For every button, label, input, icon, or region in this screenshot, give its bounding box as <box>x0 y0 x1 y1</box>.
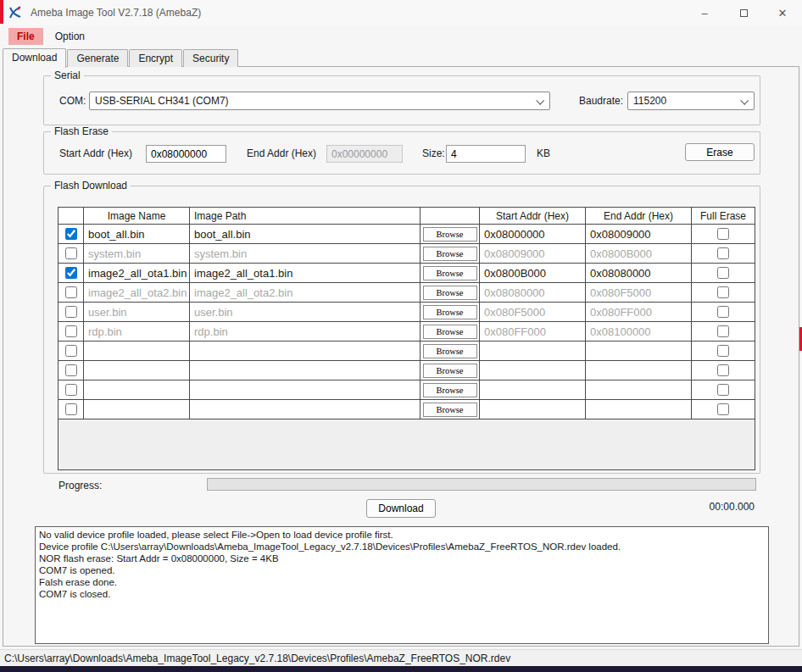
full-erase-checkbox[interactable] <box>717 403 729 415</box>
app-logo-icon <box>7 4 24 21</box>
image-name-cell[interactable] <box>84 400 190 419</box>
flash-erase-group-label: Flash Erase <box>51 125 112 137</box>
table-row: Browse <box>58 400 755 419</box>
image-name-cell[interactable]: user.bin <box>84 303 190 321</box>
image-path-cell[interactable]: rdp.bin <box>190 322 420 341</box>
full-erase-checkbox[interactable] <box>717 247 729 259</box>
start-addr-cell[interactable] <box>480 380 586 399</box>
row-select-checkbox[interactable] <box>65 267 77 279</box>
log-output[interactable]: No valid device profile loaded, please s… <box>35 526 769 644</box>
start-addr-cell[interactable]: 0x08080000 <box>480 283 586 302</box>
browse-button[interactable]: Browse <box>423 305 477 319</box>
full-erase-checkbox[interactable] <box>717 267 729 279</box>
erase-size-input[interactable] <box>446 145 526 163</box>
row-select-checkbox[interactable] <box>65 403 77 415</box>
start-addr-cell[interactable] <box>480 400 586 419</box>
start-addr-cell[interactable]: 0x080FF000 <box>480 322 586 341</box>
image-path-cell[interactable]: image2_all_ota2.bin <box>190 283 420 302</box>
image-path-cell[interactable] <box>190 380 420 399</box>
image-path-cell[interactable] <box>190 342 420 360</box>
tab-security[interactable]: Security <box>183 49 238 67</box>
browse-button[interactable]: Browse <box>423 403 477 417</box>
flash-download-group: Flash Download Image Name Image Path Sta… <box>43 186 760 474</box>
image-name-cell[interactable] <box>84 380 190 399</box>
minimize-button[interactable]: – <box>685 0 724 25</box>
full-erase-checkbox[interactable] <box>717 228 729 240</box>
browse-button[interactable]: Browse <box>423 286 477 300</box>
header-start-addr: Start Addr (Hex) <box>480 208 586 224</box>
erase-end-addr-input <box>326 145 403 163</box>
image-path-cell[interactable]: system.bin <box>190 244 420 263</box>
row-select-checkbox[interactable] <box>65 228 77 240</box>
image-name-cell[interactable] <box>84 342 190 360</box>
maximize-icon <box>740 9 748 17</box>
progress-label: Progress: <box>58 480 102 492</box>
image-path-cell[interactable]: user.bin <box>190 303 420 321</box>
start-addr-cell[interactable]: 0x080F5000 <box>480 303 586 321</box>
end-addr-cell[interactable] <box>586 400 692 419</box>
end-addr-cell[interactable] <box>586 361 692 380</box>
row-select-checkbox[interactable] <box>65 364 77 376</box>
end-addr-cell[interactable] <box>586 380 692 399</box>
table-row: Browse <box>58 380 755 400</box>
image-name-cell[interactable]: system.bin <box>84 244 190 263</box>
progress-bar <box>207 478 756 491</box>
row-select-checkbox[interactable] <box>65 286 77 298</box>
full-erase-checkbox[interactable] <box>717 345 729 357</box>
end-addr-cell[interactable] <box>586 342 692 360</box>
end-addr-cell[interactable]: 0x0800B000 <box>586 244 692 263</box>
start-addr-cell[interactable]: 0x0800B000 <box>480 264 586 282</box>
end-addr-cell[interactable]: 0x08080000 <box>586 264 692 282</box>
erase-start-addr-input[interactable] <box>146 145 226 163</box>
tab-encrypt[interactable]: Encrypt <box>129 49 182 67</box>
browse-button[interactable]: Browse <box>423 364 477 378</box>
browse-button[interactable]: Browse <box>423 344 477 358</box>
image-name-cell[interactable]: rdp.bin <box>84 322 190 341</box>
image-path-cell[interactable]: boot_all.bin <box>190 225 420 243</box>
row-select-checkbox[interactable] <box>65 384 77 396</box>
image-path-cell[interactable] <box>190 361 420 380</box>
browse-button[interactable]: Browse <box>423 383 477 397</box>
image-table-header: Image Name Image Path Start Addr (Hex) E… <box>58 208 755 225</box>
tab-download[interactable]: Download <box>3 48 66 68</box>
end-addr-cell[interactable]: 0x080F5000 <box>586 283 692 302</box>
end-addr-cell[interactable]: 0x08009000 <box>586 225 692 243</box>
image-name-cell[interactable] <box>84 361 190 380</box>
full-erase-checkbox[interactable] <box>717 306 729 318</box>
browse-button[interactable]: Browse <box>423 266 477 280</box>
menu-file[interactable]: File <box>8 28 43 45</box>
erase-button[interactable]: Erase <box>685 143 755 161</box>
row-select-checkbox[interactable] <box>65 345 77 357</box>
start-addr-cell[interactable]: 0x08009000 <box>480 244 586 263</box>
baudrate-label: Baudrate: <box>579 95 623 107</box>
image-name-cell[interactable]: image2_all_ota2.bin <box>84 283 190 302</box>
image-path-cell[interactable]: image2_all_ota1.bin <box>190 264 420 282</box>
baudrate-select[interactable]: 115200 <box>627 92 755 110</box>
full-erase-checkbox[interactable] <box>717 325 729 337</box>
row-select-checkbox[interactable] <box>65 247 77 259</box>
download-button[interactable]: Download <box>366 499 436 518</box>
close-button[interactable]: ✕ <box>763 0 802 25</box>
tab-generate[interactable]: Generate <box>67 49 128 67</box>
image-name-cell[interactable]: boot_all.bin <box>84 225 190 243</box>
image-path-cell[interactable] <box>190 400 420 419</box>
start-addr-cell[interactable] <box>480 342 586 360</box>
end-addr-cell[interactable]: 0x08100000 <box>586 322 692 341</box>
maximize-button[interactable] <box>724 0 763 25</box>
browse-button[interactable]: Browse <box>423 247 477 261</box>
row-select-checkbox[interactable] <box>65 306 77 318</box>
full-erase-checkbox[interactable] <box>717 286 729 298</box>
start-addr-cell[interactable]: 0x08000000 <box>480 225 586 243</box>
row-select-checkbox[interactable] <box>65 325 77 337</box>
table-row: image2_all_ota1.bin image2_all_ota1.bin … <box>58 264 755 283</box>
menu-option[interactable]: Option <box>47 28 93 45</box>
browse-button[interactable]: Browse <box>423 325 477 339</box>
start-addr-cell[interactable] <box>480 361 586 380</box>
end-addr-cell[interactable]: 0x080FF000 <box>586 303 692 321</box>
full-erase-checkbox[interactable] <box>717 364 729 376</box>
browse-button[interactable]: Browse <box>423 227 477 242</box>
com-port-select[interactable]: USB-SERIAL CH341 (COM7) <box>89 92 550 110</box>
full-erase-checkbox[interactable] <box>717 384 729 396</box>
image-name-cell[interactable]: image2_all_ota1.bin <box>84 264 190 282</box>
serial-group: Serial COM: USB-SERIAL CH341 (COM7) Baud… <box>43 75 760 125</box>
